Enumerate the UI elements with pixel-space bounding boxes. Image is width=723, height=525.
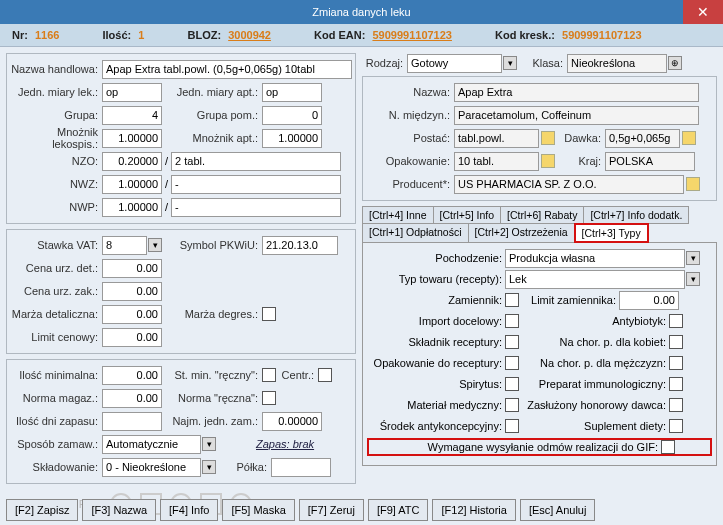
pkwiu-label: Symbol PKWiU: [162,239,262,251]
lock-icon[interactable] [682,131,696,145]
mez-check[interactable] [669,356,683,370]
info-button[interactable]: [F4] Info [160,499,218,521]
cena-det-input[interactable] [102,259,162,278]
nazwa-h-input[interactable] [102,60,352,79]
jedn-lek-label: Jedn. miary lek.: [10,86,102,98]
norma-r-check[interactable] [262,391,276,405]
close-button[interactable]: ✕ [683,0,723,24]
dropdown-icon[interactable]: ▾ [503,56,517,70]
opakr-check[interactable] [505,356,519,370]
zasl-check[interactable] [669,398,683,412]
mnoz-apt-input[interactable] [262,129,322,148]
kraj-input [605,152,695,171]
tab-info-dodatk[interactable]: [Ctrl+7] Info dodatk. [583,206,689,224]
najm-input[interactable] [262,412,322,431]
maska-button[interactable]: [F5] Maska [222,499,294,521]
immun-label: Preparat immunologiczny: [519,378,669,390]
dropdown-icon[interactable]: ▾ [686,251,700,265]
vat-input[interactable] [102,236,147,255]
typ-label: Typ towaru (recepty): [367,273,505,285]
norma-mag-input[interactable] [102,389,162,408]
nwp-label: NWP: [10,201,102,213]
norma-r-label: Norma "ręczna": [162,392,262,404]
nzo-input[interactable] [102,152,162,171]
najm-label: Najm. jedn. zam.: [162,415,262,427]
ean-value[interactable]: 5909991107123 [372,29,452,41]
typ-input[interactable] [505,270,685,289]
marza-d-input[interactable] [102,305,162,324]
sklad-input[interactable] [102,458,201,477]
tab-inne[interactable]: [Ctrl+4] Inne [362,206,434,224]
ilosc-min-input[interactable] [102,366,162,385]
tab-typy[interactable]: [Ctrl+3] Typy [574,223,649,243]
mat-check[interactable] [505,398,519,412]
srod-check[interactable] [505,419,519,433]
polka-label: Półka: [216,461,271,473]
kob-label: Na chor. p. dla kobiet: [519,336,669,348]
zeruj-button[interactable]: [F7] Zeruj [299,499,364,521]
nwp-input[interactable] [102,198,162,217]
dropdown-icon[interactable]: ▾ [148,238,162,252]
rodzaj-input[interactable] [407,54,502,73]
limit-label: Limit cenowy: [10,331,102,343]
cancel-button[interactable]: [Esc] Anuluj [520,499,595,521]
lock-icon[interactable] [686,177,700,191]
dropdown-icon[interactable]: ▾ [202,460,216,474]
zapas-link[interactable]: Zapas: brak [256,438,314,450]
dropdown-icon[interactable]: ▾ [686,272,700,286]
zam-check[interactable] [505,293,519,307]
norma-mag-label: Norma magaz.: [10,392,102,404]
immun-check[interactable] [669,377,683,391]
tabs-row1: [Ctrl+4] Inne [Ctrl+5] Info [Ctrl+6] Rab… [362,206,717,223]
limzam-input[interactable] [619,291,679,310]
expand-icon[interactable]: ⊕ [668,56,682,70]
supl-check[interactable] [669,419,683,433]
jedn-lek-input[interactable] [102,83,162,102]
nazwa-button[interactable]: [F3] Nazwa [82,499,156,521]
tab-ostrzezenia[interactable]: [Ctrl+2] Ostrzeżenia [468,223,575,243]
cena-zak-input[interactable] [102,282,162,301]
marza-deg-check[interactable] [262,307,276,321]
kob-check[interactable] [669,335,683,349]
limit-input[interactable] [102,328,162,347]
historia-button[interactable]: [F12] Historia [432,499,515,521]
anty-check[interactable] [669,314,683,328]
polka-input[interactable] [271,458,331,477]
grupa-input[interactable] [102,106,162,125]
centr-check[interactable] [318,368,332,382]
st-min-check[interactable] [262,368,276,382]
marza-d-label: Marża detaliczna: [10,308,102,320]
gif-check[interactable] [661,440,675,454]
sposob-input[interactable] [102,435,201,454]
pkwiu-input[interactable] [262,236,338,255]
nzo2-input[interactable] [171,152,341,171]
mat-label: Materiał medyczny: [367,399,505,411]
tab-odplatnosci[interactable]: [Ctrl+1] Odpłatności [362,223,469,243]
postac-input [454,129,539,148]
tab-rabaty[interactable]: [Ctrl+6] Rabaty [500,206,584,224]
nwz-input[interactable] [102,175,162,194]
dropdown-icon[interactable]: ▾ [202,437,216,451]
cena-det-label: Cena urz. det.: [10,262,102,274]
window-title: Zmiana danych leku [312,6,410,18]
atc-button[interactable]: [F9] ATC [368,499,429,521]
kresk-value: 5909991107123 [562,29,642,41]
bloz-value[interactable]: 3000942 [228,29,271,41]
mnoz-lek-input[interactable] [102,129,162,148]
jedn-apt-input[interactable] [262,83,322,102]
grupa-pom-input[interactable] [262,106,322,125]
tab-info[interactable]: [Ctrl+5] Info [433,206,502,224]
nwz2-input[interactable] [171,175,341,194]
imp-check[interactable] [505,314,519,328]
kraj-label: Kraj: [555,155,605,167]
poch-input[interactable] [505,249,685,268]
save-button[interactable]: [F2] Zapisz [6,499,78,521]
sklad-label: Składowanie: [10,461,102,473]
ean-label: Kod EAN: [314,29,369,41]
ilosc-dni-input[interactable] [102,412,162,431]
sklr-check[interactable] [505,335,519,349]
lock-icon[interactable] [541,154,555,168]
nwp2-input[interactable] [171,198,341,217]
spir-check[interactable] [505,377,519,391]
lock-icon[interactable] [541,131,555,145]
